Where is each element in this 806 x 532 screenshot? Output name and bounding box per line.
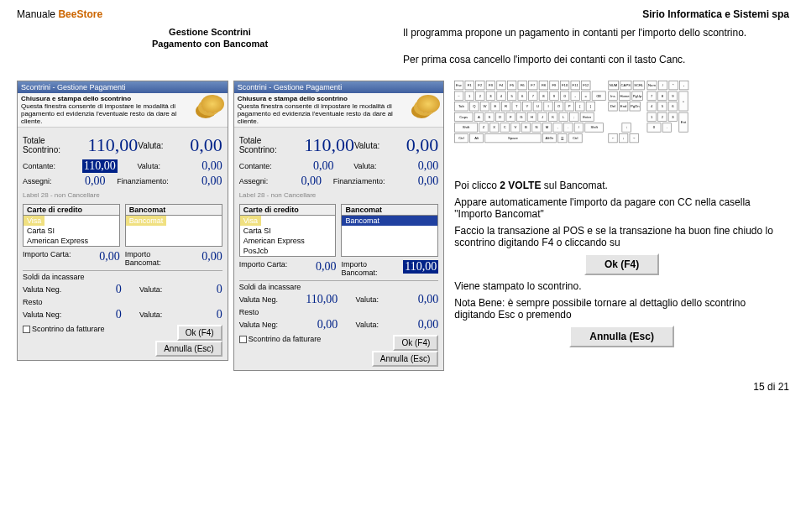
value-contante-val[interactable]: 0,00: [181, 159, 222, 173]
list-item: [126, 226, 222, 236]
list-item[interactable]: PosJcb: [240, 246, 336, 256]
ok-button[interactable]: Ok (F4): [393, 335, 438, 351]
value-contante[interactable]: 0,00: [291, 159, 333, 173]
list-item[interactable]: Carta SI: [24, 226, 119, 236]
label-finanz: Finanziamento:: [117, 177, 169, 185]
page-header: Manuale BeeStore Sirio Informatica e Sis…: [17, 8, 789, 20]
intro-paragraph-1: Il programma propone un pagamento in con…: [403, 27, 789, 39]
value-imp-banc[interactable]: 110,00: [396, 260, 438, 277]
page-footer: 15 di 21: [17, 381, 789, 393]
grey-label: Label 28 - non Cancellare: [23, 191, 222, 199]
paragraph-click: Poi clicco 2 VOLTE sul Bancomat.: [454, 180, 789, 191]
value-valneg: 0: [80, 283, 122, 296]
value-imp-carta[interactable]: 0,00: [78, 250, 120, 267]
value-totale: 110,00: [79, 134, 138, 156]
box2-head: Soldi da incassare: [23, 273, 222, 281]
window-description: Chiusura e stampa dello scontrino Questa…: [234, 93, 444, 128]
checkbox-fatturare[interactable]: [239, 336, 247, 343]
label-valuta-sm: Valuta:: [138, 162, 160, 170]
section-title: Gestione Scontrini: [17, 27, 403, 37]
label-valneg: Valuta Neg.: [23, 285, 61, 294]
list-item[interactable]: American Express: [24, 236, 119, 246]
value-imp-banc[interactable]: 0,00: [181, 250, 222, 267]
paragraph-trans: Faccio la transazione al POS e se la tra…: [454, 225, 789, 248]
label-valneg2: Valuta Neg:: [23, 310, 61, 319]
label-resto: Resto: [23, 298, 222, 306]
listbox-bancomat[interactable]: Bancomat Bancomat: [125, 204, 222, 247]
list-item[interactable]: American Express: [240, 236, 336, 246]
label-imp-carta: Importo Carta:: [23, 250, 71, 267]
subsection-title: Pagamento con Bancomat: [17, 39, 403, 49]
manual-word: Manuale: [17, 8, 55, 20]
header-left: Manuale BeeStore: [17, 8, 102, 20]
desc-title: Chiusura e stampa dello scontrino: [21, 95, 131, 102]
listbox-bancomat[interactable]: Bancomat Bancomat: [341, 204, 438, 257]
label-imp-banc: Importo Bancomat:: [125, 250, 181, 267]
value-contante[interactable]: 110,00: [76, 159, 118, 173]
ok-button[interactable]: Ok (F4): [177, 325, 222, 341]
value-finanz[interactable]: 0,00: [181, 175, 222, 188]
list-item[interactable]: Visa: [240, 216, 261, 226]
paragraph-stampa: Viene stampato lo scontrino.: [454, 280, 789, 292]
list-item[interactable]: Carta SI: [240, 226, 336, 236]
ok-big-button[interactable]: Ok (F4): [584, 253, 659, 275]
value-valuta: 0,00: [379, 134, 438, 156]
window-titlebar: Scontrini - Gestione Pagamenti: [234, 81, 444, 93]
brand-name: BeeStore: [58, 8, 102, 20]
checkbox-fatturare[interactable]: [23, 326, 30, 333]
label-totale: Totale Scontrino:: [23, 136, 79, 154]
header-company: Sirio Informatica e Sistemi spa: [642, 8, 789, 20]
desc-text: Questa finestra consente di impostare le…: [238, 102, 393, 125]
window-description: Chiusura e stampa dello scontrino Questa…: [18, 93, 228, 128]
label-assegni: Assegni:: [23, 177, 52, 185]
intro-paragraph-2: Per prima cosa cancello l'importo dei co…: [403, 54, 789, 65]
list-item: [126, 236, 222, 246]
listhead-carte: Carte di credito: [24, 205, 119, 216]
list-item[interactable]: Bancomat: [126, 216, 167, 226]
screenshot-panel-a: Scontrini - Gestione Pagamenti Chiusura …: [17, 81, 228, 361]
keyboard-illustration: EscF1F2F3F4F5F6F7F8F9F10F11F12 ~12345678…: [454, 81, 688, 143]
paragraph-appare: Appare automaticamente l'importo da paga…: [454, 196, 789, 220]
listhead-banc: Bancomat: [126, 205, 222, 216]
list-item[interactable]: Bancomat: [342, 216, 437, 226]
listbox-carte[interactable]: Carte di credito Visa Carta SI American …: [23, 204, 120, 247]
value-totale: 110,00: [296, 134, 354, 156]
screenshot-panel-b: Scontrini - Gestione Pagamenti Chiusura …: [233, 81, 445, 371]
annulla-button[interactable]: Annulla (Esc): [372, 351, 438, 367]
coins-icon: [201, 95, 224, 113]
paragraph-nota: Nota Bene: è sempre possibile tornare al…: [454, 297, 789, 321]
window-titlebar: Scontrini - Gestione Pagamenti: [18, 81, 228, 93]
annulla-big-button[interactable]: Annulla (Esc): [569, 326, 674, 347]
desc-title: Chiusura e stampa dello scontrino: [238, 95, 348, 102]
value-valuta: 0,00: [164, 134, 222, 156]
label-contante: Contante:: [23, 162, 55, 170]
listbox-carte[interactable]: Carte di credito Visa Carta SI American …: [239, 204, 337, 257]
value-assegni[interactable]: 0,00: [63, 175, 105, 188]
coins-icon: [416, 95, 440, 113]
annulla-button[interactable]: Annulla (Esc): [155, 341, 222, 357]
desc-text: Questa finestra consente di impostare le…: [21, 102, 176, 125]
list-item[interactable]: Visa: [24, 216, 44, 226]
label-valuta: Valuta:: [138, 141, 163, 150]
